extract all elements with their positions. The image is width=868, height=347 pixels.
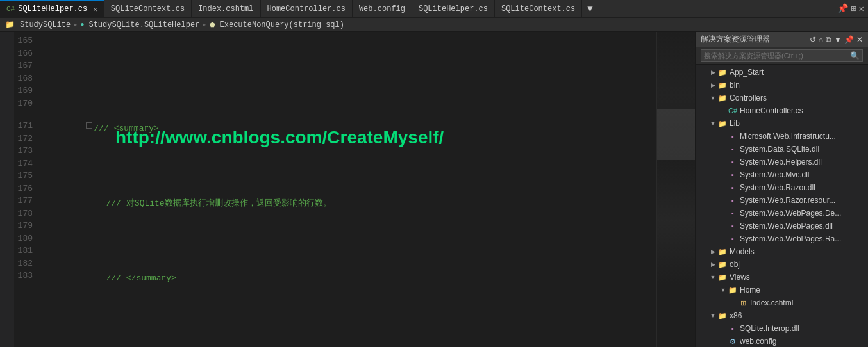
dll-icon-sqlite: ▪ — [728, 144, 738, 154]
tab-overflow-btn[interactable]: ▼ — [582, 4, 597, 14]
tree-label-wp: System.Web.WebPages.dll — [740, 222, 833, 230]
minimap[interactable] — [656, 32, 695, 347]
tree-label-controllers: Controllers — [730, 93, 767, 102]
tree-item-index-cshtml[interactable]: ⊞ Index.cshtml — [696, 296, 868, 309]
tree-item-dll-sqlite[interactable]: ▪ System.Data.SQLite.dll — [696, 143, 868, 156]
minimap-content — [657, 32, 695, 347]
tree-item-bin[interactable]: ▶ 📁 bin — [696, 79, 868, 92]
tree-item-dll-razor[interactable]: ▪ System.Web.Razor.dll — [696, 181, 868, 194]
code-line-167: /// </summary> — [46, 259, 656, 297]
breadcrumb-project[interactable]: StudySQLite — [20, 20, 71, 29]
folder-icon: 📁 — [717, 67, 728, 77]
tree-arrow-models: ▶ — [708, 247, 717, 256]
tab-label-4: HomeController.cs — [267, 4, 346, 13]
breadcrumb-class-icon: ● — [80, 21, 84, 28]
tree-arrow-x86: ▼ — [708, 311, 717, 320]
tree-item-dll-wp-ra[interactable]: ▪ System.Web.WebPages.Ra... — [696, 232, 868, 245]
tab-label-5: Web.config — [359, 4, 405, 13]
code-line-166: /// 对SQLite数据库执行增删改操作，返回受影响的行数。 — [46, 184, 656, 222]
cs-icon-hc: C# — [728, 106, 738, 116]
code-line-168: /// <param name="sql">要执行的增删改的SQL语句</par… — [46, 334, 656, 347]
breadcrumb-class[interactable]: StudySQLite.SQLiteHelper — [88, 20, 199, 29]
dll-icon-helpers: ▪ — [728, 157, 738, 167]
tree-label-razor-res: System.Web.Razor.resour... — [740, 196, 835, 205]
panel-close-right-icon[interactable]: ✕ — [856, 35, 863, 44]
search-icon[interactable]: 🔍 — [850, 51, 860, 61]
search-box[interactable]: 🔍 — [701, 49, 863, 62]
tree-item-homecontroller[interactable]: C# HomeController.cs — [696, 104, 868, 117]
tree-label-app-start: App_Start — [730, 68, 764, 77]
tree-arrow-hc — [719, 106, 728, 115]
tab-close-btn[interactable]: ✕ — [93, 5, 97, 13]
tree-item-interop[interactable]: ▪ SQLite.Interop.dll — [696, 322, 868, 335]
panel-pin-right-icon[interactable]: 📌 — [844, 35, 854, 44]
dll-icon-mvc: ▪ — [728, 170, 738, 180]
tree-item-dll-helpers[interactable]: ▪ System.Web.Helpers.dll — [696, 156, 868, 168]
tree-label-index-cshtml: Index.cshtml — [750, 298, 793, 307]
tree-item-home[interactable]: ▼ 📁 Home — [696, 284, 868, 296]
tree-label-home: Home — [740, 286, 760, 295]
tab-sqlitehelper-cs-2[interactable]: SQLiteHelper.cs — [412, 0, 495, 17]
panel-close-icon[interactable]: ✕ — [859, 3, 864, 14]
tab-web-config[interactable]: Web.config — [353, 0, 412, 17]
tab-icon-cs: C# — [6, 5, 15, 13]
tab-sqlitecontext-cs-2[interactable]: SQLiteContext.cs — [495, 0, 582, 17]
breadcrumb-method-icon: ⬟ — [210, 21, 215, 29]
breadcrumb-icon: 📁 — [5, 20, 15, 29]
tree-item-models[interactable]: ▶ 📁 Models — [696, 245, 868, 258]
tab-sqlitehelper-cs[interactable]: C# SQLiteHelper.cs ✕ — [0, 0, 104, 17]
tree-label-x86: x86 — [730, 311, 742, 320]
tree-item-dll-mw[interactable]: ▪ Microsoft.Web.Infrastructu... — [696, 130, 868, 143]
editor-area[interactable]: 165 166 167 168 169 170 171 172 173 174 … — [14, 32, 695, 347]
tree-item-x86[interactable]: ▼ 📁 x86 — [696, 309, 868, 322]
dll-icon-wp-ra: ▪ — [728, 234, 738, 244]
breadcrumb-sep-2: ▸ — [202, 20, 206, 29]
tree-arrow-home: ▼ — [719, 286, 728, 295]
tree-label-mw: Microsoft.Web.Infrastructu... — [740, 132, 836, 141]
search-input[interactable] — [704, 52, 850, 60]
tree-item-dll-mvc[interactable]: ▪ System.Web.Mvc.dll — [696, 168, 868, 181]
tree-arrow-views: ▼ — [708, 273, 717, 282]
tab-index-cshtml[interactable]: Index.cshtml — [192, 0, 260, 17]
tree-item-views[interactable]: ▼ 📁 Views — [696, 271, 868, 284]
line-numbers: 165 166 167 168 169 170 171 172 173 174 … — [14, 32, 38, 347]
panel-collapse-icon[interactable]: ▼ — [834, 35, 842, 44]
tree-label-wp-ra: System.Web.WebPages.Ra... — [740, 234, 841, 243]
panel-layout-icon[interactable]: ⊞ — [851, 3, 856, 14]
tree-item-controllers[interactable]: ▼ 📁 Controllers — [696, 92, 868, 104]
tree-label-webconfig: web.config — [740, 337, 776, 346]
tree-item-dll-razor-res[interactable]: ▪ System.Web.Razor.resour... — [696, 194, 868, 207]
tree-item-dll-wp-de[interactable]: ▪ System.Web.WebPages.De... — [696, 207, 868, 220]
breadcrumb: 📁 StudySQLite ▸ ● StudySQLite.SQLiteHelp… — [0, 18, 868, 32]
tree-item-obj[interactable]: ▶ 📁 obj — [696, 258, 868, 271]
solution-tree[interactable]: ▶ 📁 App_Start ▶ 📁 bin ▼ 📁 Controllers — [696, 65, 868, 347]
tree-label-views: Views — [730, 273, 750, 282]
breadcrumb-method[interactable]: ExecuteNonQuery(string sql) — [220, 20, 344, 29]
panel-sync-icon[interactable]: ↺ — [810, 35, 816, 44]
tab-bar: C# SQLiteHelper.cs ✕ SQLiteContext.cs In… — [0, 0, 868, 18]
right-panel: 解决方案资源管理器 ↺ ⌂ ⧉ ▼ 📌 ✕ 🔍 ▶ 📁 — [695, 32, 868, 347]
tab-label-6: SQLiteHelper.cs — [419, 4, 488, 13]
dll-icon-wp-de: ▪ — [728, 208, 738, 218]
tree-item-lib[interactable]: ▼ 📁 Lib — [696, 117, 868, 130]
tree-arrow-mw — [719, 132, 728, 141]
tree-label-mvc: System.Web.Mvc.dll — [740, 170, 809, 179]
tree-item-webconfig[interactable]: ⚙ web.config — [696, 335, 868, 347]
panel-filter-icon[interactable]: ⧉ — [826, 35, 831, 44]
collapse-165[interactable]: − — [86, 122, 92, 129]
tree-item-app-start[interactable]: ▶ 📁 App_Start — [696, 66, 868, 79]
code-content[interactable]: http://www.cnblogs.com/CreateMyself/ −//… — [38, 32, 656, 347]
panel-home-icon[interactable]: ⌂ — [819, 35, 823, 44]
dll-icon-razor-res: ▪ — [728, 195, 738, 206]
folder-icon-lib: 📁 — [717, 118, 728, 129]
tab-label-2: SQLiteContext.cs — [111, 4, 185, 13]
dll-icon-wp: ▪ — [728, 221, 738, 231]
tab-label-7: SQLiteContext.cs — [501, 4, 575, 13]
minimap-thumb[interactable] — [657, 109, 695, 160]
tab-homecontroller-cs[interactable]: HomeController.cs — [261, 0, 353, 17]
folder-icon-models: 📁 — [717, 246, 728, 257]
panel-pin-icon[interactable]: 📌 — [837, 3, 848, 14]
tab-sqlitecontext-cs[interactable]: SQLiteContext.cs — [104, 0, 192, 17]
config-icon: ⚙ — [728, 336, 738, 346]
tree-item-dll-wp[interactable]: ▪ System.Web.WebPages.dll — [696, 220, 868, 232]
